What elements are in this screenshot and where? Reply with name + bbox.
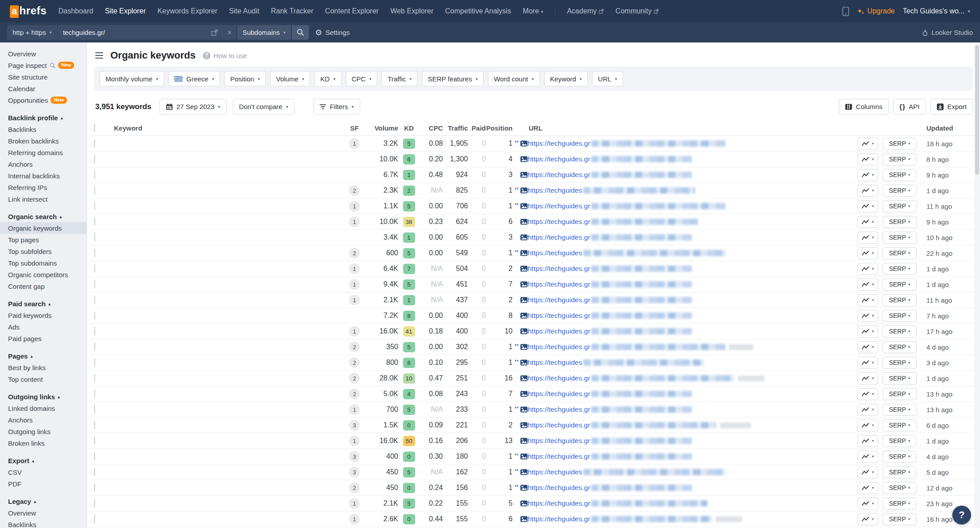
row-checkbox[interactable] [94,249,95,257]
url-link[interactable]: https://techguides.gr [528,218,590,226]
sidebar-item-backlinks[interactable]: Backlinks [0,519,87,528]
row-checkbox[interactable] [94,233,95,241]
position-history-chart-button[interactable]: ▾ [858,279,878,291]
sidebar-item-referring-ips[interactable]: Referring IPs [0,182,87,193]
sidebar-item-overview[interactable]: Overview [0,48,87,59]
serp-dropdown-button[interactable]: SERP ▾ [883,263,917,275]
api-button[interactable]: { } API [893,99,926,114]
col-header-traffic[interactable]: Traffic [443,124,468,132]
ahrefs-logo[interactable]: a hrefs [10,4,46,18]
serp-dropdown-button[interactable]: SERP ▾ [883,216,917,228]
serp-dropdown-button[interactable]: SERP ▾ [883,294,917,306]
col-header-url[interactable]: URL [513,124,858,132]
menu-toggle-icon[interactable] [95,51,103,60]
url-link[interactable]: https://techguides.gr [528,437,590,445]
topnav-item-site-audit[interactable]: Site Audit [229,7,260,15]
topnav-item-rank-tracker[interactable]: Rank Tracker [271,7,313,15]
position-history-chart-button[interactable]: ▾ [858,404,878,416]
col-header-position[interactable]: Position [486,124,513,132]
filter-chip-keyword[interactable]: Keyword▾ [544,71,588,86]
sidebar-section-export[interactable]: Export▴ [0,455,87,466]
sidebar-item-top-content[interactable]: Top content [0,373,87,385]
filter-chip-greece[interactable]: Greece▾ [168,71,220,86]
url-link[interactable]: https://techguides.gr [528,421,590,429]
row-checkbox[interactable] [94,264,95,273]
url-link[interactable]: https://techguides.gr [528,327,590,335]
serp-dropdown-button[interactable]: SERP ▾ [883,169,917,181]
row-checkbox[interactable] [94,280,95,288]
url-link[interactable]: https://techguides.gr [528,484,590,492]
row-checkbox[interactable] [94,139,95,148]
row-checkbox[interactable] [94,170,95,179]
url-link[interactable]: https://techguides.gr [528,374,590,382]
row-checkbox[interactable] [94,311,95,320]
target-input[interactable]: techguides.gr/ × [58,25,236,40]
filter-chip-volume[interactable]: Volume▾ [270,71,310,86]
sidebar-section-outgoing-links[interactable]: Outgoing links▴ [0,391,87,402]
url-link[interactable]: https://techguides.gr [528,343,590,351]
sidebar-item-page-inspect[interactable]: Page inspectNew [0,59,87,71]
filter-chip-word-count[interactable]: Word count▾ [488,71,539,86]
sidebar-item-csv[interactable]: CSV [0,466,87,478]
url-link[interactable]: https://techguides.gr [528,155,590,163]
sidebar-item-referring-domains[interactable]: Referring domains [0,147,87,158]
row-checkbox[interactable] [94,389,95,398]
search-button[interactable] [292,25,309,40]
url-link[interactable]: https://techguides.gr [528,233,590,241]
scope-dropdown[interactable]: Subdomains ▾ [237,25,291,40]
url-link[interactable]: https://techguides.gr [528,515,590,523]
row-checkbox[interactable] [94,499,95,507]
filter-chip-traffic[interactable]: Traffic▾ [382,71,417,86]
position-history-chart-button[interactable]: ▾ [858,263,878,275]
export-button[interactable]: Export [930,99,973,114]
row-checkbox[interactable] [94,421,95,429]
protocol-dropdown[interactable]: http + https ▾ [7,25,58,40]
position-history-chart-button[interactable]: ▾ [858,419,878,431]
url-link[interactable]: https://techguides.gr [528,139,590,148]
sidebar-item-linked-domains[interactable]: Linked domains [0,402,87,414]
serp-dropdown-button[interactable]: SERP ▾ [883,498,917,510]
url-link[interactable]: https://techguides.gr [528,296,590,304]
position-history-chart-button[interactable]: ▾ [858,216,878,228]
sidebar-item-opportunities[interactable]: OpportunitiesNew [0,94,87,106]
account-menu[interactable]: Tech Guides's wo... ▾ [903,7,970,15]
how-to-use-link[interactable]: ? How to use [203,52,247,59]
col-header-paid[interactable]: Paid [468,124,486,132]
row-checkbox[interactable] [94,483,95,492]
row-checkbox[interactable] [94,202,95,210]
sidebar-item-anchors[interactable]: Anchors [0,414,87,426]
serp-dropdown-button[interactable]: SERP ▾ [883,341,917,353]
position-history-chart-button[interactable]: ▾ [858,466,878,478]
serp-dropdown-button[interactable]: SERP ▾ [883,200,917,212]
sidebar-section-pages[interactable]: Pages▴ [0,350,87,362]
serp-dropdown-button[interactable]: SERP ▾ [883,185,917,197]
row-checkbox[interactable] [94,358,95,367]
position-history-chart-button[interactable]: ▾ [858,138,878,150]
looker-studio-link[interactable]: Looker Studio [922,29,973,36]
sidebar-item-organic-keywords[interactable]: Organic keywords [0,222,87,234]
serp-dropdown-button[interactable]: SERP ▾ [883,435,917,447]
row-checkbox[interactable] [94,155,95,163]
filter-chip-serp-features[interactable]: SERP features▾ [422,71,484,86]
url-link[interactable]: https://techguides.gr [528,452,590,460]
serp-dropdown-button[interactable]: SERP ▾ [883,153,917,165]
url-link[interactable]: https://techguides [528,186,582,194]
sidebar-section-backlink-profile[interactable]: Backlink profile▴ [0,112,87,123]
row-checkbox[interactable] [94,217,95,226]
position-history-chart-button[interactable]: ▾ [858,232,878,244]
position-history-chart-button[interactable]: ▾ [858,435,878,447]
row-checkbox[interactable] [94,327,95,335]
scrollbar-thumb[interactable] [975,45,979,175]
sidebar-item-top-pages[interactable]: Top pages [0,234,87,245]
serp-dropdown-button[interactable]: SERP ▾ [883,513,917,525]
col-header-volume[interactable]: Volume [366,124,398,132]
row-checkbox[interactable] [94,342,95,351]
sidebar-item-paid-pages[interactable]: Paid pages [0,333,87,344]
topnav-item-dashboard[interactable]: Dashboard [58,7,93,15]
topnav-item-more[interactable]: More▾ [523,7,543,15]
sidebar-item-content-gap[interactable]: Content gap [0,280,87,292]
sidebar-item-pdf[interactable]: PDF [0,478,87,490]
position-history-chart-button[interactable]: ▾ [858,325,878,338]
row-checkbox[interactable] [94,296,95,304]
filter-chip-monthly-volume[interactable]: Monthly volume▾ [100,71,164,86]
